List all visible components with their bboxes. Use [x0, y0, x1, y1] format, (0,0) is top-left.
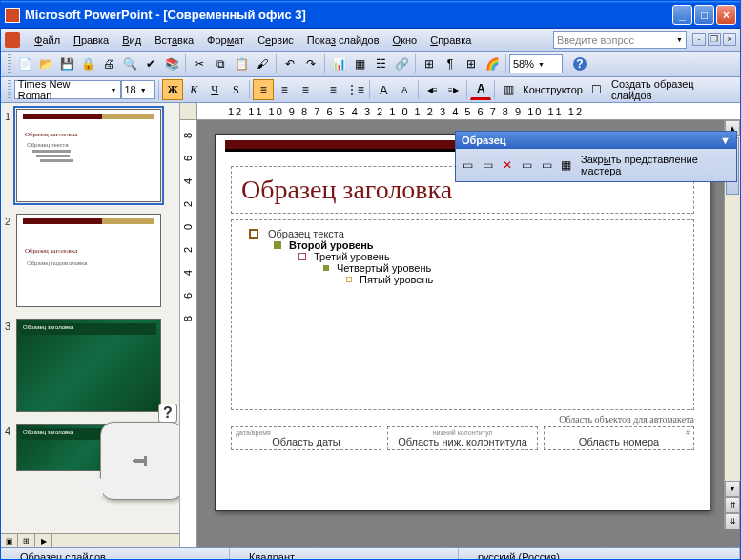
date-area-text: Область даты: [236, 436, 377, 447]
menu-format[interactable]: Формат: [200, 31, 251, 49]
sorter-view-button[interactable]: ⊞: [18, 534, 35, 547]
save-button[interactable]: [56, 53, 77, 74]
show-grid-button[interactable]: ⊞: [461, 53, 482, 74]
prev-slide-button[interactable]: ⇈: [725, 497, 740, 513]
menu-insert[interactable]: Вставка: [148, 31, 200, 49]
master-toolbar-title[interactable]: Образец ▼: [456, 132, 736, 149]
body-placeholder[interactable]: Образец текста Второй уровень Третий уро…: [231, 219, 694, 410]
new-slide-button[interactable]: [587, 79, 607, 100]
rename-master-button[interactable]: [538, 156, 556, 175]
font-size-combo[interactable]: 18▼: [121, 80, 156, 99]
next-slide-button[interactable]: ⇊: [725, 513, 740, 529]
status-language[interactable]: русский (Россия): [459, 548, 740, 560]
dropdown-icon[interactable]: ▼: [720, 135, 731, 146]
design-label[interactable]: Конструктор: [519, 84, 587, 95]
slideshow-view-button[interactable]: ▶: [35, 534, 52, 547]
research-button[interactable]: 📚: [161, 53, 182, 74]
increase-font-button[interactable]: [373, 79, 394, 100]
slide-thumbnail-1[interactable]: Образец заголовка Образец текста: [16, 109, 161, 202]
vertical-ruler[interactable]: 864202468: [180, 120, 197, 547]
bold-button[interactable]: Ж: [162, 79, 183, 100]
paste-button[interactable]: [231, 53, 252, 74]
permission-button[interactable]: [77, 53, 98, 74]
print-preview-button[interactable]: [119, 53, 140, 74]
footer-placeholder[interactable]: нижний колонтитул Область ниж. колонтиту…: [387, 426, 538, 450]
thumb-number: 1: [5, 109, 16, 202]
expand-all-button[interactable]: [419, 53, 440, 74]
slide-canvas[interactable]: Область заголовка для автомакета Образец…: [197, 120, 740, 547]
decrease-font-button[interactable]: [394, 79, 415, 100]
menu-window[interactable]: Окно: [386, 31, 424, 49]
level4-text: Четвертый уровень: [337, 262, 431, 274]
align-right-button[interactable]: [295, 79, 316, 100]
redo-button[interactable]: [300, 53, 321, 74]
maximize-button[interactable]: □: [694, 5, 714, 25]
date-placeholder[interactable]: дата/время Область даты: [231, 426, 381, 450]
decrease-indent-button[interactable]: [422, 79, 443, 100]
zoom-combo[interactable]: 58%▼: [509, 54, 563, 73]
print-button[interactable]: [98, 53, 119, 74]
help-popup[interactable]: [100, 422, 180, 500]
standard-toolbar: ✔ 📚 🔗 ¶ ⊞ 58%▼: [1, 52, 740, 77]
undo-button[interactable]: [279, 53, 300, 74]
master-layout-button[interactable]: [557, 156, 575, 175]
open-button[interactable]: [35, 53, 56, 74]
question-input[interactable]: Введите вопрос ▼: [553, 31, 687, 49]
font-color-button[interactable]: A: [470, 79, 491, 100]
app-icon: [5, 8, 20, 23]
numbering-button[interactable]: [322, 79, 343, 100]
color-grayscale-button[interactable]: [482, 53, 503, 74]
scroll-down-button[interactable]: ▼: [725, 481, 740, 497]
close-button[interactable]: ×: [716, 5, 736, 25]
formatting-toolbar: Times New Roman▼ 18▼ Ж К Ч S A Конструкт…: [1, 77, 740, 103]
font-combo[interactable]: Times New Roman▼: [14, 80, 121, 99]
format-painter-button[interactable]: [252, 53, 273, 74]
number-placeholder[interactable]: # Область номера: [544, 426, 694, 450]
mdi-restore-button[interactable]: ❐: [708, 33, 721, 46]
shadow-button[interactable]: S: [225, 79, 246, 100]
preserve-master-button[interactable]: [518, 156, 536, 175]
insert-hyperlink-button[interactable]: 🔗: [391, 53, 412, 74]
delete-master-button[interactable]: [498, 156, 516, 175]
mdi-minimize-button[interactable]: -: [692, 33, 706, 46]
help-button[interactable]: [569, 53, 590, 74]
close-master-view-button[interactable]: Закрыть представление мастера: [577, 152, 733, 178]
insert-table-button[interactable]: [349, 53, 370, 74]
slide-thumbnail-3[interactable]: Образец заголовка: [16, 319, 161, 412]
normal-view-button[interactable]: ▣: [1, 534, 18, 547]
minimize-button[interactable]: _: [672, 5, 692, 25]
insert-chart-button[interactable]: [328, 53, 349, 74]
toolbar-grip[interactable]: [8, 80, 11, 99]
menu-file[interactable]: Файл: [28, 31, 67, 49]
question-placeholder: Введите вопрос: [557, 34, 634, 46]
menu-tools[interactable]: Сервис: [251, 31, 300, 49]
insert-slide-master-button[interactable]: [459, 156, 477, 175]
spelling-button[interactable]: ✔: [140, 53, 161, 74]
menu-slideshow[interactable]: Показ слайдов: [300, 31, 386, 49]
show-formatting-button[interactable]: ¶: [440, 53, 461, 74]
new-button[interactable]: [14, 53, 35, 74]
align-center-button[interactable]: [274, 79, 295, 100]
new-slide-master-label[interactable]: Создать образец слайдов: [607, 78, 736, 101]
master-toolbar[interactable]: Образец ▼ Закрыть представление мастера: [455, 131, 737, 182]
align-left-button[interactable]: [253, 79, 274, 100]
italic-button[interactable]: К: [183, 79, 204, 100]
object-area-label: Область объектов для автомакета: [231, 414, 694, 425]
underline-button[interactable]: Ч: [204, 79, 225, 100]
toolbar-grip[interactable]: [8, 54, 11, 73]
menu-view[interactable]: Вид: [115, 31, 148, 49]
horizontal-ruler[interactable]: 12 11 10 9 8 7 6 5 4 3 2 1 0 1 2 3 4 5 6…: [197, 103, 740, 120]
cut-button[interactable]: [189, 53, 210, 74]
bullets-button[interactable]: [343, 79, 366, 100]
tables-borders-button[interactable]: [370, 53, 391, 74]
increase-indent-button[interactable]: [443, 79, 463, 100]
copy-button[interactable]: [210, 53, 231, 74]
menu-help[interactable]: Справка: [423, 31, 478, 49]
mdi-close-button[interactable]: ×: [723, 33, 736, 46]
slide-thumbnail-2[interactable]: Образец заголовка Образец подзаголовка: [16, 214, 161, 307]
control-menu-icon[interactable]: [5, 32, 20, 48]
design-button[interactable]: [498, 79, 519, 100]
menu-edit[interactable]: Правка: [67, 31, 115, 49]
insert-title-master-button[interactable]: [479, 156, 497, 175]
menu-bar: Файл Правка Вид Вставка Формат Сервис По…: [1, 29, 740, 52]
